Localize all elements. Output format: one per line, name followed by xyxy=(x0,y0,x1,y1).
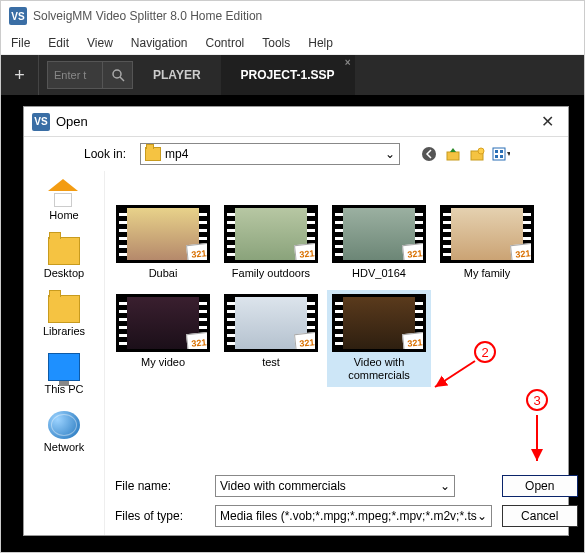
svg-rect-10 xyxy=(500,155,503,158)
up-one-level-button[interactable] xyxy=(444,145,462,163)
lookin-combobox[interactable]: mp4 ⌄ xyxy=(140,143,400,165)
menu-help[interactable]: Help xyxy=(308,36,333,50)
place-home-label: Home xyxy=(49,209,78,221)
tab-project-label: PROJECT-1.SSP xyxy=(241,68,335,82)
new-folder-button[interactable] xyxy=(468,145,486,163)
home-icon xyxy=(48,179,80,207)
menu-view[interactable]: View xyxy=(87,36,113,50)
filetype-badge-icon: 321 xyxy=(186,332,210,352)
dialog-title: Open xyxy=(56,114,535,129)
menu-navigation[interactable]: Navigation xyxy=(131,36,188,50)
menu-tools[interactable]: Tools xyxy=(262,36,290,50)
view-menu-button[interactable] xyxy=(492,145,510,163)
file-area: 321Dubai321Family outdoors321HDV_0164321… xyxy=(105,171,585,535)
file-label: Family outdoors xyxy=(232,267,310,280)
app-logo-icon: VS xyxy=(9,7,27,25)
filetype-badge-icon: 321 xyxy=(294,332,318,352)
video-thumbnail: 321 xyxy=(116,205,210,263)
libraries-folder-icon xyxy=(48,295,80,323)
search-placeholder: Enter t xyxy=(54,69,86,81)
dialog-close-button[interactable]: ✕ xyxy=(535,112,560,131)
file-item[interactable]: 321HDV_0164 xyxy=(327,201,431,284)
magnifier-icon xyxy=(111,68,125,82)
svg-rect-9 xyxy=(495,155,498,158)
lookin-row: Look in: mp4 ⌄ xyxy=(24,137,568,171)
file-item[interactable]: 321My family xyxy=(435,201,539,284)
filetype-badge-icon: 321 xyxy=(294,243,318,263)
toolbar: + Enter t PLAYER PROJECT-1.SSP × xyxy=(1,55,584,95)
filename-label: File name: xyxy=(115,479,205,493)
svg-point-5 xyxy=(478,148,484,154)
dialog-titlebar: VS Open ✕ xyxy=(24,107,568,137)
filename-value: Video with commercials xyxy=(220,479,346,493)
file-label: HDV_0164 xyxy=(352,267,406,280)
lookin-value: mp4 xyxy=(165,147,188,161)
video-thumbnail: 321 xyxy=(116,294,210,352)
svg-rect-3 xyxy=(447,152,459,160)
filetype-badge-icon: 321 xyxy=(402,243,426,263)
search-button[interactable] xyxy=(103,61,133,89)
file-item[interactable]: 321test xyxy=(219,290,323,386)
filetype-value: Media files (*.vob;*.mpg;*.mpeg;*.mpv;*.… xyxy=(220,509,477,523)
add-button[interactable]: + xyxy=(1,55,39,95)
filetype-badge-icon: 321 xyxy=(186,243,210,263)
file-label: Dubai xyxy=(149,267,178,280)
app-title: SolveigMM Video Splitter 8.0 Home Editio… xyxy=(33,9,262,23)
place-desktop-label: Desktop xyxy=(44,267,84,279)
video-thumbnail: 321 xyxy=(332,294,426,352)
svg-line-1 xyxy=(120,77,124,81)
video-thumbnail: 321 xyxy=(224,205,318,263)
back-button[interactable] xyxy=(420,145,438,163)
filetype-label: Files of type: xyxy=(115,509,205,523)
search-input[interactable]: Enter t xyxy=(47,61,103,89)
chevron-down-icon: ⌄ xyxy=(440,479,450,493)
menu-edit[interactable]: Edit xyxy=(48,36,69,50)
filetype-combobox[interactable]: Media files (*.vob;*.mpg;*.mpeg;*.mpv;*.… xyxy=(215,505,492,527)
places-bar: Home Desktop Libraries This PC Network xyxy=(24,171,105,535)
file-item[interactable]: 321Dubai xyxy=(111,201,215,284)
file-item[interactable]: 321Family outdoors xyxy=(219,201,323,284)
video-thumbnail: 321 xyxy=(332,205,426,263)
svg-rect-6 xyxy=(493,148,505,160)
video-thumbnail: 321 xyxy=(440,205,534,263)
place-this-pc[interactable]: This PC xyxy=(24,349,104,399)
open-dialog: VS Open ✕ Look in: mp4 ⌄ Ho xyxy=(23,106,569,536)
close-icon[interactable]: × xyxy=(345,57,351,68)
menu-control[interactable]: Control xyxy=(206,36,245,50)
video-thumbnail: 321 xyxy=(224,294,318,352)
tab-project[interactable]: PROJECT-1.SSP × xyxy=(221,55,355,95)
menubar: File Edit View Navigation Control Tools … xyxy=(1,31,584,55)
file-label: test xyxy=(262,356,280,369)
file-label: My family xyxy=(464,267,510,280)
folder-icon xyxy=(145,147,161,161)
filetype-badge-icon: 321 xyxy=(402,332,426,352)
menu-file[interactable]: File xyxy=(11,36,30,50)
file-label: Video with commercials xyxy=(329,356,429,382)
network-icon xyxy=(48,411,80,439)
place-libraries[interactable]: Libraries xyxy=(24,291,104,341)
place-home[interactable]: Home xyxy=(24,175,104,225)
open-button[interactable]: Open xyxy=(502,475,578,497)
file-item[interactable]: 321My video xyxy=(111,290,215,386)
tab-player[interactable]: PLAYER xyxy=(133,55,221,95)
file-label: My video xyxy=(141,356,185,369)
app-titlebar: VS SolveigMM Video Splitter 8.0 Home Edi… xyxy=(1,1,584,31)
place-desktop[interactable]: Desktop xyxy=(24,233,104,283)
lookin-label: Look in: xyxy=(84,147,134,161)
cancel-button[interactable]: Cancel xyxy=(502,505,578,527)
place-libraries-label: Libraries xyxy=(43,325,85,337)
chevron-down-icon: ⌄ xyxy=(477,509,487,523)
filename-combobox[interactable]: Video with commercials ⌄ xyxy=(215,475,455,497)
svg-rect-8 xyxy=(500,150,503,153)
tab-player-label: PLAYER xyxy=(153,68,201,82)
filetype-badge-icon: 321 xyxy=(510,243,534,263)
place-network-label: Network xyxy=(44,441,84,453)
file-item[interactable]: 321Video with commercials xyxy=(327,290,431,386)
svg-rect-7 xyxy=(495,150,498,153)
chevron-down-icon: ⌄ xyxy=(385,147,395,161)
place-network[interactable]: Network xyxy=(24,407,104,457)
file-grid[interactable]: 321Dubai321Family outdoors321HDV_0164321… xyxy=(105,171,585,471)
svg-point-2 xyxy=(422,147,436,161)
dialog-app-icon: VS xyxy=(32,113,50,131)
this-pc-icon xyxy=(48,353,80,381)
